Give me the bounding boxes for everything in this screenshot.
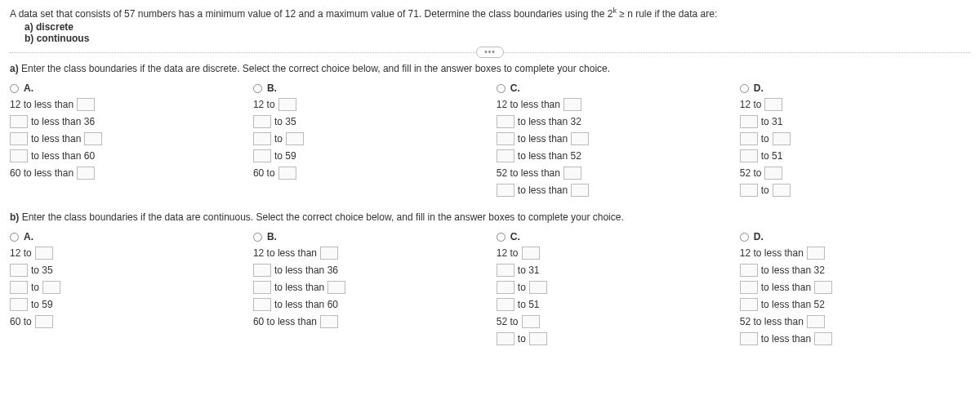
input-box[interactable] [497,281,514,294]
label-b-D: D. [754,231,764,242]
text: to 35 [274,116,296,127]
label-a-B: B. [267,82,277,94]
input-box[interactable] [10,298,28,311]
intro-tail: ≥ n rule if the data are: [617,8,717,20]
input-box[interactable] [807,247,825,260]
radio-b-A[interactable] [10,233,19,242]
input-box[interactable] [740,149,758,162]
input-box[interactable] [497,115,514,128]
input-box[interactable] [740,298,758,311]
text: 12 to [10,247,32,259]
more-pill[interactable]: ••• [476,47,504,58]
input-box[interactable] [814,332,832,345]
input-box[interactable] [497,264,514,277]
text: to less than [518,184,568,196]
input-box[interactable] [571,132,589,145]
input-box[interactable] [497,132,514,145]
text: to less than [761,282,811,293]
input-box[interactable] [35,247,53,260]
text: 52 to [740,167,762,179]
input-box[interactable] [571,184,589,197]
label-b-C: C. [510,231,520,242]
text: to less than 52 [761,299,825,310]
input-box[interactable] [253,281,271,294]
input-box[interactable] [10,281,28,294]
input-box[interactable] [253,264,271,277]
input-box[interactable] [522,315,540,328]
input-box[interactable] [42,281,60,294]
radio-a-A[interactable] [10,84,19,93]
text: to less than [31,133,81,144]
input-box[interactable] [497,332,514,345]
text: to 59 [31,299,53,310]
text: to less than [761,333,811,345]
text: 60 to less than [253,316,317,327]
input-box[interactable] [740,264,758,277]
option-a-D: D. 12 to to 31 to to 51 52 to to [740,82,970,200]
input-box[interactable] [253,298,271,311]
input-box[interactable] [253,149,271,162]
label-b-B: B. [267,231,277,242]
radio-a-D[interactable] [740,84,749,93]
input-box[interactable] [814,281,832,294]
text: to [31,282,39,293]
input-box[interactable] [10,115,28,128]
input-box[interactable] [84,132,102,145]
input-box[interactable] [286,132,304,145]
sub-a: a) discrete [24,21,970,33]
input-box[interactable] [253,132,271,145]
input-box[interactable] [564,167,581,180]
text: to [761,184,769,196]
input-box[interactable] [740,184,758,197]
text: to [518,282,526,293]
input-box[interactable] [10,149,28,162]
input-box[interactable] [77,167,95,180]
radio-a-C[interactable] [497,84,506,93]
part-a-bold: a) [10,63,19,74]
input-box[interactable] [278,167,296,180]
input-box[interactable] [764,167,782,180]
input-box[interactable] [807,315,825,328]
input-box[interactable] [740,115,758,128]
text: 12 to [740,99,762,110]
text: to [274,133,283,144]
radio-b-C[interactable] [497,233,506,242]
input-box[interactable] [773,184,791,197]
text: to less than 32 [761,265,825,276]
input-box[interactable] [522,247,540,260]
input-box[interactable] [278,98,296,111]
input-box[interactable] [77,98,95,111]
text: to less than [274,282,324,293]
input-box[interactable] [529,281,547,294]
radio-a-B[interactable] [253,84,262,93]
input-box[interactable] [320,315,338,328]
part-b-options: A. 12 to to 35 to to 59 60 to B. 12 to l… [10,231,970,349]
input-box[interactable] [35,315,53,328]
radio-b-B[interactable] [253,233,262,242]
label-b-A: A. [24,231,33,242]
text: 52 to less than [740,316,804,327]
input-box[interactable] [10,132,28,145]
input-box[interactable] [320,247,338,260]
input-box[interactable] [497,298,514,311]
text: to [761,133,769,144]
input-box[interactable] [740,281,758,294]
option-b-B: B. 12 to less than to less than 36 to le… [253,231,483,349]
radio-b-D[interactable] [740,233,749,242]
input-box[interactable] [497,184,514,197]
input-box[interactable] [564,98,581,111]
input-box[interactable] [497,149,514,162]
input-box[interactable] [740,132,758,145]
input-box[interactable] [253,115,271,128]
input-box[interactable] [10,264,28,277]
input-box[interactable] [764,98,782,111]
input-box[interactable] [773,132,791,145]
text: 60 to less than [10,167,74,179]
sub-b: b) continuous [24,33,970,44]
sub-b-label: b) continuous [24,33,89,44]
input-box[interactable] [327,281,345,294]
input-box[interactable] [740,332,758,345]
part-a-text: Enter the class boundaries if the data a… [19,63,610,74]
text: 12 to less than [10,99,74,110]
input-box[interactable] [529,332,547,345]
